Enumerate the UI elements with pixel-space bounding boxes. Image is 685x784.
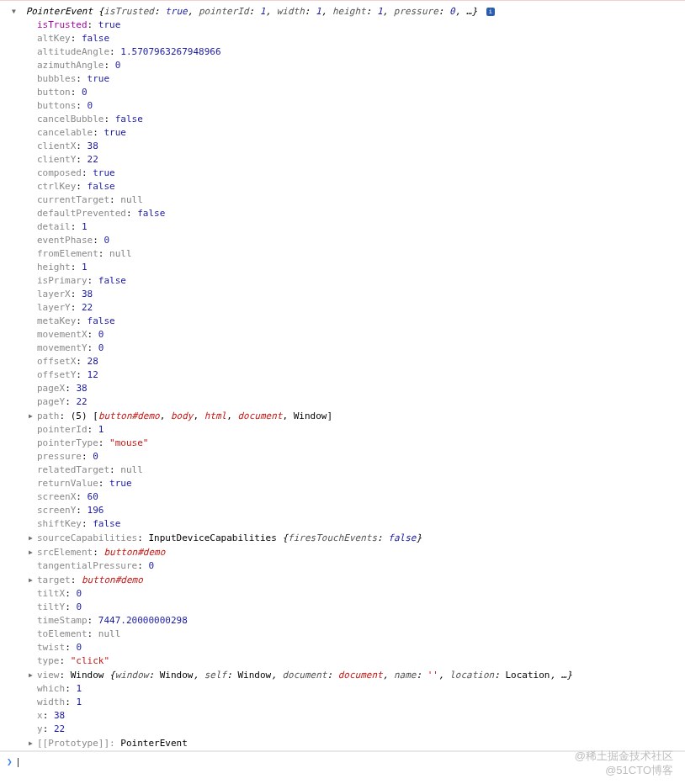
property-key: screenY	[37, 505, 76, 516]
disclosure-triangle-down-icon[interactable]	[12, 4, 20, 19]
property-key: pointerId	[37, 424, 88, 435]
property-key: defaultPrevented	[37, 208, 126, 219]
info-icon[interactable]: i	[486, 8, 495, 16]
property-key: cancelBubble	[37, 114, 104, 124]
property-row: twist: 0	[0, 641, 685, 654]
property-key: clientY	[37, 154, 76, 165]
property-key: tangentialPressure	[37, 560, 137, 571]
disclosure-triangle-right-icon[interactable]	[29, 531, 37, 545]
property-value: false	[82, 33, 109, 44]
property-value: button#demo	[82, 575, 143, 585]
property-row: tiltX: 0	[0, 587, 685, 601]
disclosure-triangle-right-icon[interactable]	[29, 573, 37, 587]
property-value: PointerEvent	[120, 738, 187, 749]
header-key: width	[277, 6, 305, 17]
property-key: layerY	[37, 302, 71, 313]
property-key: target	[37, 575, 71, 585]
property-row: layerX: 38	[0, 288, 685, 301]
header-value: 0	[449, 6, 455, 17]
property-value: 1	[82, 262, 88, 273]
property-row: clientX: 38	[0, 140, 685, 153]
property-value: true	[98, 19, 121, 30]
disclosure-triangle-right-icon[interactable]	[29, 736, 37, 750]
property-value: null	[120, 464, 143, 475]
property-row[interactable]: view: Window {window: Window, self: Wind…	[0, 668, 685, 682]
property-value: 0	[98, 342, 104, 353]
property-key: metaKey	[37, 315, 76, 326]
property-row: pressure: 0	[0, 450, 685, 464]
property-row: altKey: false	[0, 32, 685, 45]
property-row: button: 0	[0, 86, 685, 99]
property-row[interactable]: srcElement: button#demo	[0, 545, 685, 559]
property-key: returnValue	[37, 478, 98, 489]
property-value: 22	[76, 396, 87, 407]
property-key: cancelable	[37, 127, 93, 138]
property-value: 0	[104, 235, 109, 246]
property-key: altKey	[37, 33, 71, 44]
property-key: isPrimary	[37, 275, 88, 286]
property-row: shiftKey: false	[0, 517, 685, 531]
console-prompt[interactable]: ❯	[0, 751, 685, 772]
property-value: 0	[76, 642, 82, 653]
property-row: movementY: 0	[0, 342, 685, 355]
text-cursor	[18, 758, 19, 767]
property-value: "mouse"	[109, 437, 148, 448]
property-key: isTrusted	[37, 19, 88, 30]
property-key: pressure	[37, 451, 82, 462]
property-key: shiftKey	[37, 518, 82, 529]
property-value: 12	[88, 369, 98, 380]
header-key: pointerId	[199, 6, 249, 17]
property-row: x: 38	[0, 709, 685, 723]
header-value: 1	[377, 6, 383, 17]
property-value: false	[88, 181, 115, 192]
property-value: 0	[93, 451, 98, 462]
property-row: offsetX: 28	[0, 355, 685, 368]
property-value: 0	[98, 329, 104, 340]
property-key: eventPhase	[37, 235, 93, 246]
property-value: 38	[88, 140, 98, 151]
property-value: false	[98, 275, 126, 286]
property-key: altitudeAngle	[37, 46, 109, 57]
property-value: 1	[76, 697, 82, 707]
object-header[interactable]: PointerEvent {isTrusted: true, pointerId…	[0, 4, 685, 19]
property-row: pageX: 38	[0, 382, 685, 395]
property-value: 28	[88, 356, 98, 367]
property-row: defaultPrevented: false	[0, 207, 685, 220]
property-key: height	[37, 262, 71, 273]
property-key: type	[37, 655, 60, 666]
property-key: view	[37, 670, 60, 681]
property-row: offsetY: 12	[0, 368, 685, 382]
object-class-name: PointerEvent	[26, 6, 93, 17]
property-key: tiltX	[37, 588, 65, 599]
disclosure-triangle-right-icon[interactable]	[29, 409, 37, 423]
property-row[interactable]: path: (5) [button#demo, body, html, docu…	[0, 409, 685, 423]
property-value: false	[137, 208, 165, 219]
property-row: timeStamp: 7447.20000000298	[0, 614, 685, 628]
property-value: 196	[88, 505, 104, 516]
property-row: screenY: 196	[0, 504, 685, 517]
property-row[interactable]: sourceCapabilities: InputDeviceCapabilit…	[0, 531, 685, 545]
property-value: 22	[82, 302, 93, 313]
property-value: true	[104, 127, 126, 138]
property-value: button#demo	[104, 547, 165, 558]
path-item: html	[204, 411, 227, 421]
property-row: fromElement: null	[0, 247, 685, 261]
path-item: body	[171, 411, 194, 421]
property-key: movementX	[37, 329, 88, 340]
property-value: 7447.20000000298	[98, 615, 188, 626]
property-value: 0	[148, 560, 154, 571]
property-row: movementX: 0	[0, 328, 685, 342]
property-row: layerY: 22	[0, 301, 685, 315]
property-row: currentTarget: null	[0, 193, 685, 207]
property-row: pointerId: 1	[0, 423, 685, 437]
property-key: [[Prototype]]	[37, 738, 109, 749]
disclosure-triangle-right-icon[interactable]	[29, 668, 37, 682]
property-key: offsetX	[37, 356, 76, 367]
property-value: 0	[76, 588, 82, 599]
property-key: timeStamp	[37, 615, 88, 626]
property-row[interactable]: [[Prototype]]: PointerEvent	[0, 736, 685, 750]
property-row: pageY: 22	[0, 395, 685, 409]
property-row[interactable]: target: button#demo	[0, 573, 685, 587]
disclosure-triangle-right-icon[interactable]	[29, 545, 37, 559]
property-list: isTrusted: truealtKey: falsealtitudeAngl…	[0, 19, 685, 750]
